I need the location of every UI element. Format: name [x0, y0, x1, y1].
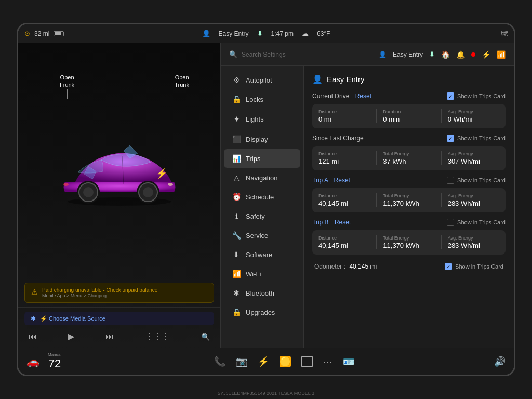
- nav-label-safety: Safety: [246, 212, 265, 220]
- home-icon-header[interactable]: 🏠: [441, 50, 450, 59]
- trip-a-show-trips[interactable]: Show in Trips Card: [447, 177, 506, 184]
- dots-icon[interactable]: ⋯: [323, 356, 332, 367]
- since-last-charge-section: Since Last Charge ✓ Show in Trips Card D…: [312, 135, 506, 170]
- svg-point-5: [83, 187, 94, 197]
- emoji-icon[interactable]: 🟡: [280, 356, 291, 367]
- trip-a-checkbox[interactable]: [447, 177, 454, 184]
- open-frunk-button[interactable]: Open Frunk: [60, 74, 74, 99]
- nav-item-trips[interactable]: 📊 Trips: [224, 149, 300, 168]
- current-drive-reset[interactable]: Reset: [355, 92, 371, 100]
- warning-banner: ⚠ Paid charging unavailable - Check unpa…: [24, 283, 214, 303]
- since-last-charge-title: Since Last Charge: [312, 135, 364, 142]
- nav-item-display[interactable]: ⬛ Display: [224, 130, 300, 149]
- settings-content: ⚙ Autopilot 🔒 Locks ✦ Lights ⬛ Display: [221, 66, 514, 348]
- trip-b-total-energy: Total Energy 11,370 kWh: [383, 235, 434, 249]
- camera-icon[interactable]: 📷: [236, 356, 247, 367]
- warning-sub: Mobile App > Menu > Charging: [42, 293, 157, 298]
- map-icon-top: 🗺: [500, 30, 508, 38]
- volume-icon[interactable]: 🔊: [494, 356, 506, 367]
- cloud-icon: ☁: [302, 30, 309, 37]
- trips-icon: 📊: [232, 154, 241, 163]
- queue-button[interactable]: ⋮⋮⋮: [145, 331, 170, 341]
- lights-icon: ✦: [232, 114, 241, 124]
- bell-icon-header[interactable]: 🔔: [456, 50, 465, 59]
- nav-label-upgrades: Upgrades: [246, 309, 275, 316]
- display-icon: ⬛: [232, 135, 241, 143]
- search-placeholder: Search Settings: [242, 51, 286, 58]
- odometer-label: Odometer :: [314, 263, 345, 270]
- svg-text:⚡: ⚡: [156, 168, 168, 179]
- trip-b-reset[interactable]: Reset: [335, 219, 351, 226]
- current-drive-duration: Duration 0 min: [383, 109, 434, 123]
- right-panel: 🔍 Search Settings 👤 Easy Entry ⬇ 🏠 🔔 ⚡ 📶: [221, 43, 514, 348]
- trip-a-title: Trip A: [312, 177, 328, 184]
- since-charge-distance: Distance 121 mi: [318, 151, 370, 165]
- id-icon[interactable]: 🪪: [343, 356, 354, 367]
- nav-item-upgrades[interactable]: 🔒 Upgrades: [224, 303, 300, 322]
- phone-icon[interactable]: 📞: [214, 356, 225, 367]
- nav-item-bluetooth[interactable]: ✱ Bluetooth: [224, 284, 300, 302]
- current-drive-header: Current Drive Reset ✓ Show in Trips Card: [312, 92, 506, 100]
- nav-label-schedule: Schedule: [246, 193, 274, 201]
- odometer-row: Odometer : 40,145 mi ✓ Show in Trips Car…: [312, 259, 506, 274]
- current-drive-avg-energy: Avg. Energy 0 Wh/mi: [448, 109, 499, 123]
- easy-entry-icon-header: 👤: [379, 51, 387, 58]
- next-track-button[interactable]: ⏭: [105, 332, 114, 341]
- battery-status: 32 mi: [34, 30, 49, 37]
- square-icon[interactable]: [301, 356, 313, 367]
- tire-pressure-icon: ⊙: [24, 30, 30, 37]
- nav-item-software[interactable]: ⬇ Software: [224, 245, 300, 264]
- svg-point-10: [63, 183, 69, 186]
- detail-header: 👤 Easy Entry: [312, 74, 506, 84]
- nav-label-service: Service: [246, 232, 268, 240]
- nav-item-service[interactable]: 🔧 Service: [224, 226, 300, 245]
- nav-label-autopilot: Autopilot: [246, 76, 272, 84]
- trip-b-show-trips[interactable]: Show in Trips Card: [447, 219, 506, 226]
- media-source-button[interactable]: ✱ ⚡ Choose Media Source: [24, 312, 214, 325]
- bluetooth-icon-header[interactable]: ⚡: [482, 50, 490, 59]
- current-drive-checkbox[interactable]: ✓: [447, 92, 454, 100]
- nav-item-wifi[interactable]: 📶 Wi-Fi: [224, 264, 300, 283]
- since-last-charge-checkbox[interactable]: ✓: [447, 135, 454, 142]
- download-icon-top: ⬇: [257, 30, 263, 37]
- navigation-icon: △: [232, 174, 241, 182]
- nav-item-autopilot[interactable]: ⚙ Autopilot: [224, 71, 300, 89]
- main-content: Open Frunk Open Trunk: [18, 43, 514, 348]
- search-media-button[interactable]: 🔍: [201, 332, 210, 341]
- since-charge-avg-energy: Avg. Energy 307 Wh/mi: [448, 151, 499, 165]
- trip-b-checkbox[interactable]: [447, 219, 454, 226]
- wifi-icon: 📶: [232, 270, 241, 278]
- nav-item-safety[interactable]: ℹ Safety: [224, 207, 300, 225]
- trip-a-distance: Distance 40,145 mi: [318, 193, 370, 207]
- time-display: 1:47 pm: [271, 30, 294, 37]
- bluetooth-media-icon: ✱: [31, 315, 36, 322]
- current-drive-stats: Distance 0 mi Duration 0 min Avg. Energy: [312, 104, 506, 128]
- odometer-checkbox[interactable]: ✓: [445, 263, 452, 270]
- open-trunk-button[interactable]: Open Trunk: [175, 74, 189, 99]
- prev-track-button[interactable]: ⏮: [29, 332, 37, 341]
- since-last-charge-show-trips[interactable]: ✓ Show in Trips Card: [447, 135, 506, 142]
- nav-label-wifi: Wi-Fi: [246, 270, 261, 278]
- nav-item-locks[interactable]: 🔒 Locks: [224, 90, 300, 109]
- current-drive-title: Current Drive: [312, 92, 349, 100]
- easy-entry-label-header: Easy Entry: [393, 51, 423, 58]
- odometer-show-trips[interactable]: ✓ Show in Trips Card: [445, 263, 503, 270]
- detail-header-label: Easy Entry: [327, 75, 365, 84]
- nav-item-navigation[interactable]: △ Navigation: [224, 168, 300, 187]
- media-section: ✱ ⚡ Choose Media Source ⏮ ▶ ⏭ ⋮⋮⋮ 🔍: [18, 307, 220, 348]
- search-bar[interactable]: 🔍 Search Settings: [229, 50, 286, 58]
- car-status-icon[interactable]: 🚗: [26, 355, 39, 368]
- play-button[interactable]: ▶: [68, 331, 74, 341]
- bottom-center: 📞 📷 ⚡ 🟡 ⋯ 🪪: [214, 356, 354, 367]
- trip-a-reset[interactable]: Reset: [334, 177, 350, 184]
- nav-item-schedule[interactable]: ⏰ Schedule: [224, 188, 300, 206]
- easy-entry-icon: 👤: [202, 30, 210, 37]
- battery-bar: [54, 31, 64, 36]
- nav-item-lights[interactable]: ✦ Lights: [224, 109, 300, 129]
- gear-display: Manual 72: [48, 352, 61, 370]
- search-icon: 🔍: [229, 50, 237, 58]
- current-drive-show-trips[interactable]: ✓ Show in Trips Card: [447, 92, 506, 100]
- nav-label-bluetooth: Bluetooth: [246, 289, 274, 297]
- bluetooth-nav-icon: ✱: [232, 289, 241, 297]
- bluetooth-taskbar-icon[interactable]: ⚡: [258, 356, 269, 367]
